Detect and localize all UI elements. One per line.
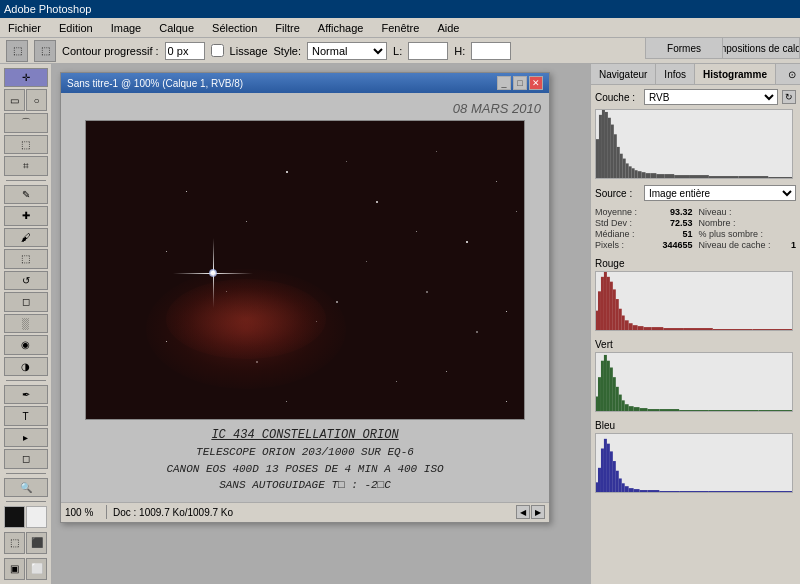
minimize-button[interactable]: _ [497, 76, 511, 90]
statusbar-separator [106, 505, 107, 519]
tool-lasso[interactable]: ⌒ [4, 113, 48, 132]
tool-dodge[interactable]: ◑ [4, 357, 48, 376]
tool-rect-select[interactable]: ▭ [4, 89, 25, 111]
tool-sep-4 [6, 501, 46, 502]
lissage-checkbox[interactable] [211, 44, 224, 57]
tool-brush[interactable]: 🖌 [4, 228, 48, 247]
background-color[interactable] [26, 506, 47, 528]
h-input[interactable] [471, 42, 511, 60]
tab-navigateur[interactable]: Navigateur [591, 64, 656, 84]
svg-rect-0 [596, 139, 599, 178]
tool-quick-select[interactable]: ⬚ [4, 135, 48, 154]
rouge-histogram-svg [596, 272, 792, 330]
moyenne-value: 93.32 [670, 207, 693, 217]
menu-edition[interactable]: Edition [55, 20, 97, 36]
document-statusbar: 100 % Doc : 1009.7 Ko/1009.7 Ko ◀ ▶ [61, 502, 549, 522]
maximize-button[interactable]: □ [513, 76, 527, 90]
tool-gradient[interactable]: ░ [4, 314, 48, 333]
document-image[interactable] [85, 120, 525, 420]
tool-eraser[interactable]: ◻ [4, 292, 48, 311]
rvb-histogram [595, 109, 793, 179]
style-label: Style: [274, 45, 302, 57]
couche-select[interactable]: RVB Rouge Vert Bleu [644, 89, 778, 105]
menu-image[interactable]: Image [107, 20, 146, 36]
svg-rect-34 [622, 316, 625, 331]
tool-crop[interactable]: ⌗ [4, 156, 48, 175]
menu-affichage[interactable]: Affichage [314, 20, 368, 36]
tool-shape[interactable]: ◻ [4, 449, 48, 468]
source-select[interactable]: Image entière [644, 185, 796, 201]
svg-rect-72 [619, 478, 622, 492]
tool-pen[interactable]: ✒ [4, 385, 48, 404]
tool-stamp[interactable]: ⬚ [4, 249, 48, 268]
menu-fenetre[interactable]: Fenêtre [377, 20, 423, 36]
svg-rect-52 [616, 387, 619, 411]
svg-rect-25 [596, 311, 598, 330]
tool-path-select[interactable]: ▸ [4, 428, 48, 447]
tool-eyedropper[interactable]: ✎ [4, 185, 48, 204]
tab-histogramme[interactable]: Histogramme [695, 64, 776, 84]
menu-calque[interactable]: Calque [155, 20, 198, 36]
svg-rect-11 [629, 166, 632, 178]
star-11 [186, 191, 187, 192]
svg-rect-6 [614, 134, 617, 178]
style-select[interactable]: Normal Rapport fixe Taille fixe [307, 42, 387, 60]
caption-line-2: CANON EOS 400D 13 POSES DE 4 MIN A 400 I… [166, 461, 443, 478]
next-arrow[interactable]: ▶ [531, 505, 545, 519]
svg-rect-23 [739, 176, 769, 178]
contour-input[interactable] [165, 42, 205, 60]
histogram-stats: Moyenne : 93.32 Niveau : Std Dev : 72.53… [595, 207, 796, 250]
svg-rect-2 [602, 110, 605, 178]
tool-history-brush[interactable]: ↺ [4, 271, 48, 290]
screen-mode-normal[interactable]: ▣ [4, 558, 25, 580]
prev-arrow[interactable]: ◀ [516, 505, 530, 519]
tool-heal[interactable]: ✚ [4, 206, 48, 225]
tool-blur[interactable]: ◉ [4, 335, 48, 354]
tool-zoom[interactable]: 🔍 [4, 478, 48, 497]
niv-cache-label: Niveau de cache : [699, 240, 771, 250]
tab-formes[interactable]: Formes [646, 38, 723, 58]
menu-selection[interactable]: Sélection [208, 20, 261, 36]
svg-rect-33 [619, 309, 622, 330]
menu-fichier[interactable]: Fichier [4, 20, 45, 36]
svg-rect-53 [619, 395, 622, 411]
svg-rect-5 [611, 125, 614, 178]
svg-rect-30 [610, 282, 613, 330]
svg-rect-50 [610, 368, 613, 412]
svg-rect-74 [625, 486, 629, 492]
svg-rect-3 [605, 112, 608, 178]
svg-rect-36 [629, 323, 633, 330]
right-panel: Navigateur Infos Histogramme ⊙ Couche : … [590, 64, 800, 584]
tab-infos[interactable]: Infos [656, 64, 695, 84]
svg-rect-26 [598, 291, 601, 330]
tool-move[interactable]: ✛ [4, 68, 48, 87]
svg-rect-20 [674, 175, 689, 178]
screen-mode-full[interactable]: ⬜ [26, 558, 47, 580]
pct-sombre-label: % plus sombre : [699, 229, 764, 239]
refresh-button[interactable]: ↻ [782, 90, 796, 104]
tool-ellipse-select[interactable]: ○ [26, 89, 47, 111]
quick-mask-off[interactable]: ⬚ [4, 532, 25, 554]
left-toolbar: ✛ ▭ ○ ⌒ ⬚ ⌗ ✎ ✚ 🖌 ⬚ ↺ ◻ ░ ◉ ◑ ✒ T ▸ ◻ 🔍 … [0, 64, 52, 584]
svg-rect-80 [679, 491, 709, 492]
svg-rect-71 [616, 471, 619, 492]
svg-rect-41 [663, 328, 683, 330]
stat-niveau: Niveau : [699, 207, 797, 217]
close-button[interactable]: ✕ [529, 76, 543, 90]
panel-options-icon[interactable]: ⊙ [784, 64, 800, 84]
svg-rect-28 [604, 272, 607, 330]
l-input[interactable] [408, 42, 448, 60]
tool-text[interactable]: T [4, 406, 48, 425]
menu-filtre[interactable]: Filtre [271, 20, 303, 36]
svg-rect-12 [632, 168, 635, 178]
svg-rect-75 [629, 488, 634, 492]
foreground-color[interactable] [4, 506, 25, 528]
document-content: 08 MARS 2010 IC 434 CONSTELLATION OR [61, 93, 549, 502]
app-title: Adobe Photoshop [4, 3, 91, 15]
menu-aide[interactable]: Aide [433, 20, 463, 36]
tab-compositions[interactable]: Compositions de calques [723, 38, 800, 58]
star-1 [436, 151, 437, 152]
h-label: H: [454, 45, 465, 57]
quick-mask-on[interactable]: ⬛ [26, 532, 47, 554]
svg-rect-29 [607, 277, 610, 330]
